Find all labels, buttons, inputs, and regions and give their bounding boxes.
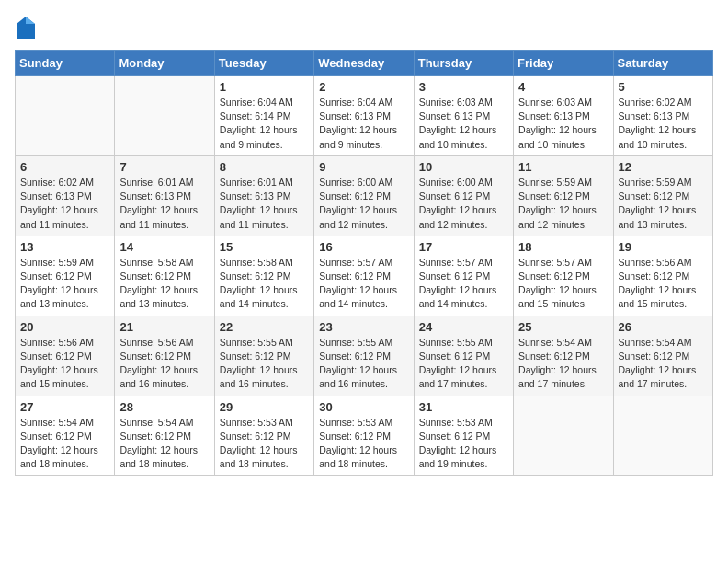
day-info: Sunrise: 5:54 AM Sunset: 6:12 PM Dayligh… — [20, 416, 109, 472]
day-number: 19 — [619, 240, 708, 254]
day-info: Sunrise: 5:55 AM Sunset: 6:12 PM Dayligh… — [419, 336, 508, 392]
day-number: 4 — [518, 80, 608, 94]
day-info: Sunrise: 6:01 AM Sunset: 6:13 PM Dayligh… — [220, 176, 309, 232]
logo — [15, 15, 40, 40]
day-number: 16 — [319, 240, 408, 254]
calendar-cell — [613, 396, 712, 476]
weekday-header-thursday: Thursday — [414, 51, 513, 76]
day-number: 8 — [220, 160, 309, 174]
day-info: Sunrise: 5:53 AM Sunset: 6:12 PM Dayligh… — [319, 416, 408, 472]
weekday-header-friday: Friday — [514, 51, 613, 76]
day-info: Sunrise: 6:04 AM Sunset: 6:13 PM Dayligh… — [319, 96, 408, 152]
day-info: Sunrise: 6:00 AM Sunset: 6:12 PM Dayligh… — [319, 176, 408, 232]
day-number: 2 — [319, 80, 408, 94]
day-info: Sunrise: 5:57 AM Sunset: 6:12 PM Dayligh… — [518, 256, 608, 312]
day-number: 30 — [319, 400, 408, 414]
day-number: 26 — [619, 320, 708, 334]
day-info: Sunrise: 6:00 AM Sunset: 6:12 PM Dayligh… — [419, 176, 508, 232]
calendar-cell: 27Sunrise: 5:54 AM Sunset: 6:12 PM Dayli… — [16, 396, 115, 476]
calendar-cell: 7Sunrise: 6:01 AM Sunset: 6:13 PM Daylig… — [115, 155, 214, 236]
svg-marker-1 — [26, 17, 35, 24]
calendar-cell — [514, 396, 613, 476]
weekday-header-wednesday: Wednesday — [314, 51, 414, 76]
day-info: Sunrise: 6:03 AM Sunset: 6:13 PM Dayligh… — [518, 96, 608, 152]
day-number: 31 — [419, 400, 508, 414]
day-info: Sunrise: 5:56 AM Sunset: 6:12 PM Dayligh… — [619, 256, 708, 312]
day-number: 13 — [20, 240, 109, 254]
day-info: Sunrise: 6:02 AM Sunset: 6:13 PM Dayligh… — [619, 96, 708, 152]
day-number: 28 — [119, 400, 209, 414]
day-info: Sunrise: 5:56 AM Sunset: 6:12 PM Dayligh… — [119, 336, 209, 392]
weekday-header-tuesday: Tuesday — [214, 51, 313, 76]
calendar-cell: 17Sunrise: 5:57 AM Sunset: 6:12 PM Dayli… — [414, 236, 513, 316]
day-info: Sunrise: 5:57 AM Sunset: 6:12 PM Dayligh… — [319, 256, 408, 312]
day-number: 10 — [419, 160, 508, 174]
calendar-cell: 2Sunrise: 6:04 AM Sunset: 6:13 PM Daylig… — [314, 76, 414, 156]
day-number: 12 — [619, 160, 708, 174]
calendar-cell — [16, 76, 115, 156]
day-info: Sunrise: 5:59 AM Sunset: 6:12 PM Dayligh… — [20, 256, 109, 312]
day-info: Sunrise: 6:04 AM Sunset: 6:14 PM Dayligh… — [220, 96, 309, 152]
day-number: 17 — [419, 240, 508, 254]
calendar-cell: 11Sunrise: 5:59 AM Sunset: 6:12 PM Dayli… — [514, 155, 613, 236]
calendar-cell: 22Sunrise: 5:55 AM Sunset: 6:12 PM Dayli… — [214, 316, 313, 396]
calendar-cell: 10Sunrise: 6:00 AM Sunset: 6:12 PM Dayli… — [414, 155, 513, 236]
calendar-cell: 6Sunrise: 6:02 AM Sunset: 6:13 PM Daylig… — [16, 155, 115, 236]
day-info: Sunrise: 5:53 AM Sunset: 6:12 PM Dayligh… — [220, 416, 309, 472]
day-number: 22 — [220, 320, 309, 334]
calendar-cell: 31Sunrise: 5:53 AM Sunset: 6:12 PM Dayli… — [414, 396, 513, 476]
day-number: 6 — [20, 160, 109, 174]
weekday-header-sunday: Sunday — [16, 51, 115, 76]
day-number: 7 — [119, 160, 209, 174]
day-number: 3 — [419, 80, 508, 94]
calendar-cell: 18Sunrise: 5:57 AM Sunset: 6:12 PM Dayli… — [514, 236, 613, 316]
day-info: Sunrise: 6:03 AM Sunset: 6:13 PM Dayligh… — [419, 96, 508, 152]
page-header — [15, 15, 713, 40]
calendar-cell: 20Sunrise: 5:56 AM Sunset: 6:12 PM Dayli… — [16, 316, 115, 396]
day-number: 9 — [319, 160, 408, 174]
calendar-cell: 30Sunrise: 5:53 AM Sunset: 6:12 PM Dayli… — [314, 396, 414, 476]
calendar-cell: 28Sunrise: 5:54 AM Sunset: 6:12 PM Dayli… — [115, 396, 214, 476]
calendar-cell: 24Sunrise: 5:55 AM Sunset: 6:12 PM Dayli… — [414, 316, 513, 396]
calendar-cell: 21Sunrise: 5:56 AM Sunset: 6:12 PM Dayli… — [115, 316, 214, 396]
calendar-cell: 19Sunrise: 5:56 AM Sunset: 6:12 PM Dayli… — [613, 236, 712, 316]
calendar-cell: 16Sunrise: 5:57 AM Sunset: 6:12 PM Dayli… — [314, 236, 414, 316]
day-info: Sunrise: 6:01 AM Sunset: 6:13 PM Dayligh… — [119, 176, 209, 232]
day-number: 18 — [518, 240, 608, 254]
weekday-header-saturday: Saturday — [613, 51, 712, 76]
day-number: 20 — [20, 320, 109, 334]
day-number: 25 — [518, 320, 608, 334]
calendar-cell: 14Sunrise: 5:58 AM Sunset: 6:12 PM Dayli… — [115, 236, 214, 316]
day-number: 21 — [119, 320, 209, 334]
calendar-cell: 15Sunrise: 5:58 AM Sunset: 6:12 PM Dayli… — [214, 236, 313, 316]
day-number: 1 — [220, 80, 309, 94]
weekday-header-monday: Monday — [115, 51, 214, 76]
day-info: Sunrise: 5:54 AM Sunset: 6:12 PM Dayligh… — [518, 336, 608, 392]
calendar-cell: 26Sunrise: 5:54 AM Sunset: 6:12 PM Dayli… — [613, 316, 712, 396]
day-info: Sunrise: 5:55 AM Sunset: 6:12 PM Dayligh… — [220, 336, 309, 392]
calendar-cell: 23Sunrise: 5:55 AM Sunset: 6:12 PM Dayli… — [314, 316, 414, 396]
calendar-cell: 12Sunrise: 5:59 AM Sunset: 6:12 PM Dayli… — [613, 155, 712, 236]
day-info: Sunrise: 5:54 AM Sunset: 6:12 PM Dayligh… — [619, 336, 708, 392]
day-info: Sunrise: 5:59 AM Sunset: 6:12 PM Dayligh… — [619, 176, 708, 232]
day-number: 15 — [220, 240, 309, 254]
day-info: Sunrise: 6:02 AM Sunset: 6:13 PM Dayligh… — [20, 176, 109, 232]
logo-icon — [15, 15, 37, 40]
day-number: 14 — [119, 240, 209, 254]
calendar-table: SundayMondayTuesdayWednesdayThursdayFrid… — [15, 50, 713, 476]
day-info: Sunrise: 5:57 AM Sunset: 6:12 PM Dayligh… — [419, 256, 508, 312]
day-number: 5 — [619, 80, 708, 94]
day-info: Sunrise: 5:53 AM Sunset: 6:12 PM Dayligh… — [419, 416, 508, 472]
day-info: Sunrise: 5:58 AM Sunset: 6:12 PM Dayligh… — [220, 256, 309, 312]
calendar-cell: 8Sunrise: 6:01 AM Sunset: 6:13 PM Daylig… — [214, 155, 313, 236]
day-number: 29 — [220, 400, 309, 414]
day-info: Sunrise: 5:59 AM Sunset: 6:12 PM Dayligh… — [518, 176, 608, 232]
day-info: Sunrise: 5:58 AM Sunset: 6:12 PM Dayligh… — [119, 256, 209, 312]
day-number: 11 — [518, 160, 608, 174]
day-info: Sunrise: 5:56 AM Sunset: 6:12 PM Dayligh… — [20, 336, 109, 392]
calendar-cell: 1Sunrise: 6:04 AM Sunset: 6:14 PM Daylig… — [214, 76, 313, 156]
day-number: 23 — [319, 320, 408, 334]
calendar-cell: 29Sunrise: 5:53 AM Sunset: 6:12 PM Dayli… — [214, 396, 313, 476]
calendar-cell: 4Sunrise: 6:03 AM Sunset: 6:13 PM Daylig… — [514, 76, 613, 156]
day-number: 27 — [20, 400, 109, 414]
